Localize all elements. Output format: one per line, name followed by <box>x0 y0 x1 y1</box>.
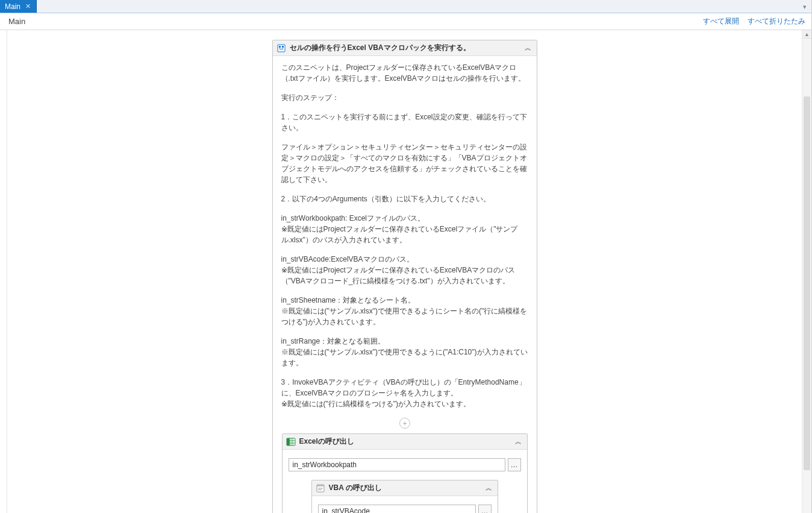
designer-title-bar: Main すべて展開 すべて折りたたみ <box>0 13 811 30</box>
invoke-vba-body: in_strVBAcode … "行に縞模様をつける" <box>312 496 498 513</box>
browse-button[interactable]: … <box>478 505 492 513</box>
invoke-vba-header[interactable]: VBA の呼び出し ︽ <box>312 480 498 496</box>
workflow-title: Main <box>6 17 695 26</box>
desc-p8: in_strSheetname：対象となるシート名。 ※既定値には("サンプル.… <box>281 295 528 327</box>
desc-p9: in_strRange：対象となる範囲。 ※既定値には("サンプル.xlsx")… <box>281 336 528 368</box>
desc-p3: 1．このスニペットを実行する前にまず、Excel設定の変更、確認を行って下さい。 <box>281 112 528 133</box>
excel-icon <box>286 437 296 447</box>
collapse-all-button[interactable]: すべて折りたたみ <box>748 16 805 27</box>
vba-code-path-row: in_strVBAcode … <box>318 505 492 513</box>
workbook-path-row: in_strWorkbookpath … <box>289 458 521 471</box>
sequence-icon <box>276 43 286 53</box>
desc-p6: in_strWorkbookpath: Excelファイルのパス。 ※既定値には… <box>281 213 528 245</box>
excel-scope-title: Excelの呼び出し <box>299 436 510 447</box>
svg-rect-2 <box>282 46 284 48</box>
sequence-title: セルの操作を行うExcel VBAマクロパックを実行する。 <box>290 43 520 53</box>
annotation-text: このスニペットは、Projectフォルダーに保存されているExcelVBAマクロ… <box>281 62 528 409</box>
tab-overflow-button[interactable]: ▾ <box>801 2 809 11</box>
desc-p4: ファイル＞オプション＞セキュリティセンター＞セキュリティセンターの設定＞マクロの… <box>281 142 528 185</box>
invoke-vba-title: VBA の呼び出し <box>329 483 481 493</box>
collapse-icon[interactable]: ︽ <box>514 437 523 447</box>
tab-label: Main <box>5 2 20 11</box>
desc-p2: 実行のステップ： <box>281 92 528 103</box>
desc-p1: このスニペットは、Projectフォルダーに保存されているExcelVBAマクロ… <box>281 62 528 84</box>
desc-p7: in_strVBAcode:ExcelVBAマクロのパス。 ※既定値にはProj… <box>281 254 528 286</box>
excel-scope-activity[interactable]: Excelの呼び出し ︽ in_strWorkbookpath … <box>282 433 528 513</box>
invoke-vba-activity[interactable]: VBA の呼び出し ︽ in_strVBAcode … "行に <box>311 480 498 513</box>
workbook-path-input[interactable]: in_strWorkbookpath <box>289 458 505 471</box>
excel-scope-header[interactable]: Excelの呼び出し ︽ <box>283 434 527 450</box>
tab-main[interactable]: Main ✕ <box>0 0 37 13</box>
vba-icon <box>316 483 325 493</box>
excel-scope-body: in_strWorkbookpath … <box>283 450 527 513</box>
expand-all-button[interactable]: すべて展開 <box>703 16 739 27</box>
browse-button[interactable]: … <box>508 458 521 471</box>
sequence-header[interactable]: セルの操作を行うExcel VBAマクロパックを実行する。 ︽ <box>273 40 537 56</box>
collapse-icon[interactable]: ︽ <box>523 43 533 53</box>
tab-bar: Main ✕ ▾ <box>0 0 811 13</box>
desc-p10: 3．InvokeVBAアクティビティ（VBAの呼び出し）の「EntryMetho… <box>281 377 528 409</box>
sequence-activity[interactable]: セルの操作を行うExcel VBAマクロパックを実行する。 ︽ このスニペットは… <box>272 40 537 513</box>
close-icon[interactable]: ✕ <box>24 3 31 10</box>
designer-canvas-wrap: セルの操作を行うExcel VBAマクロパックを実行する。 ︽ このスニペットは… <box>0 30 811 513</box>
scroll-thumb[interactable] <box>804 96 810 470</box>
sequence-body: このスニペットは、Projectフォルダーに保存されているExcelVBAマクロ… <box>273 56 537 513</box>
svg-rect-10 <box>317 485 324 486</box>
svg-rect-1 <box>279 46 281 48</box>
designer-canvas[interactable]: セルの操作を行うExcel VBAマクロパックを実行する。 ︽ このスニペットは… <box>7 30 802 513</box>
add-activity-button[interactable]: ＋ <box>399 418 410 429</box>
vertical-scrollbar[interactable]: ▲ <box>802 30 811 513</box>
svg-rect-4 <box>287 438 290 445</box>
collapse-icon[interactable]: ︽ <box>484 483 494 493</box>
desc-p5: 2．以下の4つのArguments（引数）に以下を入力してください。 <box>281 194 528 204</box>
scroll-up-button[interactable]: ▲ <box>802 30 811 39</box>
svg-rect-0 <box>278 45 285 52</box>
left-gutter <box>0 30 7 513</box>
vba-code-path-input[interactable]: in_strVBAcode <box>318 505 476 513</box>
